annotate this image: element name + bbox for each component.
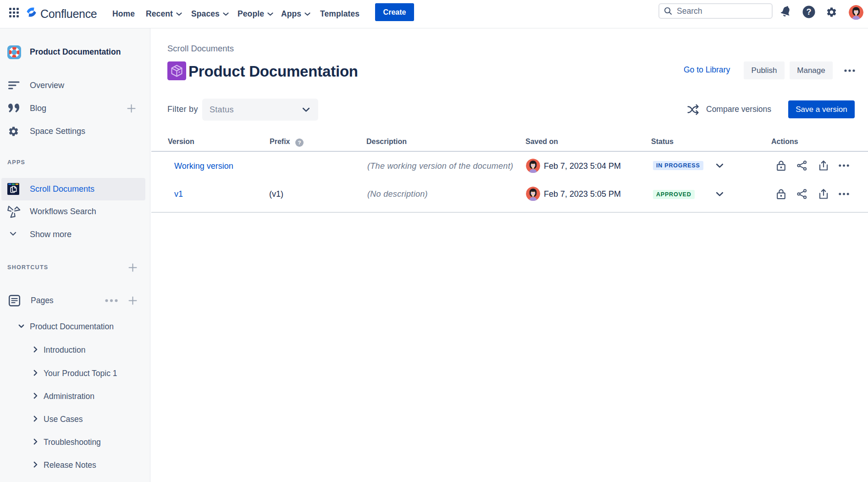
svg-text:?: ?: [807, 7, 812, 17]
svg-text:?: ?: [298, 140, 301, 145]
